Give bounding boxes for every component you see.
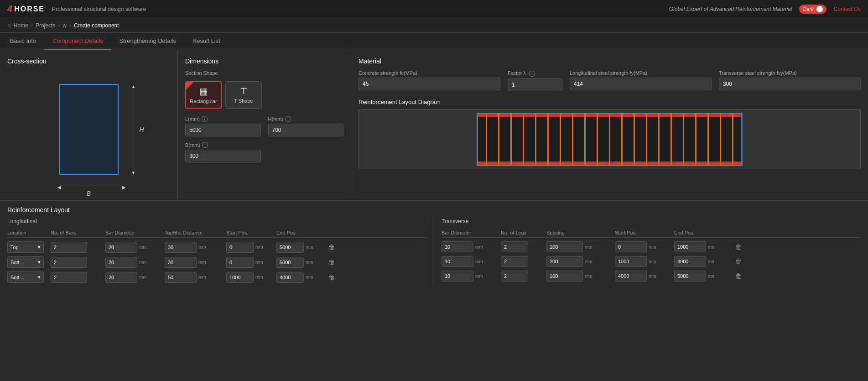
t-no-legs-input-1[interactable] <box>501 241 528 252</box>
topbot-input-2[interactable] <box>165 257 197 268</box>
tab-basic-info[interactable]: Basic Info <box>2 33 44 50</box>
t-spacing-input-3[interactable] <box>546 271 583 282</box>
bar-dia-input-2[interactable] <box>105 257 137 268</box>
end-pos-input-3[interactable] <box>276 272 304 283</box>
l-info-icon[interactable]: i <box>202 116 208 122</box>
h-label: H <box>139 126 144 133</box>
layout-cols: Longitudinal Location No. of Bars Bar Di… <box>7 218 861 285</box>
t-shape-icon: ⊤ <box>240 86 247 96</box>
th-topbot: Top/Bot Distance <box>165 230 226 235</box>
th-no-bars: No. of Bars <box>51 230 105 235</box>
no-bars-input-2[interactable] <box>51 257 87 268</box>
diagram-canvas <box>359 109 861 168</box>
th-t-bar-dia: Bar Diameter <box>442 230 501 235</box>
l-input[interactable] <box>185 124 261 136</box>
location-select-1[interactable]: Top ▾ <box>7 241 44 253</box>
h-arrow-bot: ▼ <box>131 170 136 175</box>
breadcrumb-current: Create component <box>74 22 119 29</box>
t-spacing-input-2[interactable] <box>546 256 583 267</box>
delete-btn-2[interactable]: 🗑 <box>327 258 337 267</box>
breadcrumb-home[interactable]: Home <box>14 22 28 29</box>
tab-strengthening-details[interactable]: Strengthening Details <box>111 33 184 50</box>
unit-mm-3: mm <box>255 245 263 250</box>
h-arrow-top: ▲ <box>131 84 136 89</box>
concrete-input[interactable] <box>359 78 500 90</box>
transverse-title: Transverse <box>442 218 861 224</box>
t-start-input-2[interactable] <box>615 256 647 267</box>
th-location: Location <box>7 230 51 235</box>
delete-btn-3[interactable]: 🗑 <box>327 273 337 282</box>
t-start-input-3[interactable] <box>615 271 647 282</box>
t-end-input-1[interactable] <box>674 241 706 252</box>
material-fields: Concrete strength fc(MPa) Factor λ i Lon… <box>359 70 861 91</box>
t-end-input-2[interactable] <box>674 256 706 267</box>
h-input[interactable] <box>268 124 344 136</box>
no-bars-input-1[interactable] <box>51 242 87 253</box>
breadcrumb-project[interactable]: w <box>62 22 67 29</box>
factor-info-icon[interactable]: i <box>529 71 535 77</box>
start-pos-input-1[interactable] <box>226 242 254 253</box>
h-info-icon[interactable]: i <box>285 116 291 122</box>
t-del-cell-3: 🗑 <box>733 271 747 281</box>
dimensions-title: Dimensions <box>185 57 343 65</box>
t-no-legs-input-2[interactable] <box>501 256 528 267</box>
t-delete-btn-3[interactable]: 🗑 <box>733 271 743 281</box>
longitudinal-input[interactable] <box>570 78 712 90</box>
bar-dia-input-3[interactable] <box>105 272 137 283</box>
topbot-input-3[interactable] <box>165 272 197 283</box>
t-bar-dia-cell-2: mm <box>442 256 501 267</box>
no-bars-input-3[interactable] <box>51 272 87 283</box>
start-pos-input-2[interactable] <box>226 257 254 268</box>
bar-dia-cell-1: mm <box>105 242 165 253</box>
material-title: Material <box>359 57 861 65</box>
end-pos-input-2[interactable] <box>276 257 304 268</box>
t-start-input-1[interactable] <box>615 241 647 252</box>
l-label: L(mm) i <box>185 116 261 122</box>
t-bar-dia-input-2[interactable] <box>442 256 473 267</box>
t-end-cell-3: mm <box>674 271 733 282</box>
rectangular-btn[interactable]: ▦ Rectangular <box>185 81 222 109</box>
t-no-legs-cell-3 <box>501 271 546 282</box>
factor-input[interactable] <box>508 78 562 91</box>
start-pos-input-3[interactable] <box>226 272 254 283</box>
factor-label: Factor λ i <box>508 70 562 77</box>
contact-link[interactable]: Contact Us <box>834 6 861 12</box>
dark-label: Dark <box>803 6 813 12</box>
reinforcement-layout-section: Reinforcement Layout Longitudinal Locati… <box>0 201 868 290</box>
t-no-legs-input-3[interactable] <box>501 271 528 282</box>
t-delete-btn-1[interactable]: 🗑 <box>733 242 743 251</box>
transverse-input[interactable] <box>719 78 861 90</box>
header-right: Global Expert of Advanced Reinforcement … <box>669 5 861 14</box>
location-select-3[interactable]: Bott... ▾ <box>7 271 44 283</box>
start-pos-cell-1: mm <box>226 242 276 253</box>
cross-section-title: Cross-section <box>7 57 170 65</box>
t-bar-dia-cell-1: mm <box>442 241 501 252</box>
t-shape-btn[interactable]: ⊤ T Shape <box>225 81 262 109</box>
topbot-input-1[interactable] <box>165 242 197 253</box>
breadcrumb-projects[interactable]: Projects <box>36 22 55 29</box>
bar-dia-cell-2: mm <box>105 257 165 268</box>
t-bar-dia-input-3[interactable] <box>442 271 473 282</box>
dark-mode-toggle[interactable]: Dark <box>799 5 826 14</box>
th-start-pos: Start Pos. <box>226 230 276 235</box>
location-select-2[interactable]: Bott... ▾ <box>7 256 44 268</box>
t-delete-btn-2[interactable]: 🗑 <box>733 257 743 266</box>
no-bars-cell-2 <box>51 257 105 268</box>
longitudinal-field: Longitudinal steel strength fy(MPa) <box>570 70 712 91</box>
delete-btn-1[interactable]: 🗑 <box>327 243 337 252</box>
b-info-icon[interactable]: i <box>202 142 208 148</box>
l-h-row: L(mm) i H(mm) i <box>185 116 343 136</box>
end-pos-input-1[interactable] <box>276 242 304 253</box>
header-tagline: Global Expert of Advanced Reinforcement … <box>669 6 792 12</box>
t-spacing-input-1[interactable] <box>546 241 583 252</box>
t-bar-dia-input-1[interactable] <box>442 241 473 252</box>
t-end-input-3[interactable] <box>674 271 706 282</box>
b-input[interactable] <box>185 150 261 162</box>
bar-dia-input-1[interactable] <box>105 242 137 253</box>
home-icon[interactable]: ⌂ <box>7 22 11 29</box>
tab-result-list[interactable]: Result List <box>184 33 229 50</box>
top-row: Cross-section ▲ ▼ H ◀ ▶ B <box>0 50 868 201</box>
no-bars-cell-1 <box>51 242 105 253</box>
longitudinal-col: Longitudinal Location No. of Bars Bar Di… <box>7 218 434 285</box>
tab-component-details[interactable]: Component Details <box>44 33 111 50</box>
